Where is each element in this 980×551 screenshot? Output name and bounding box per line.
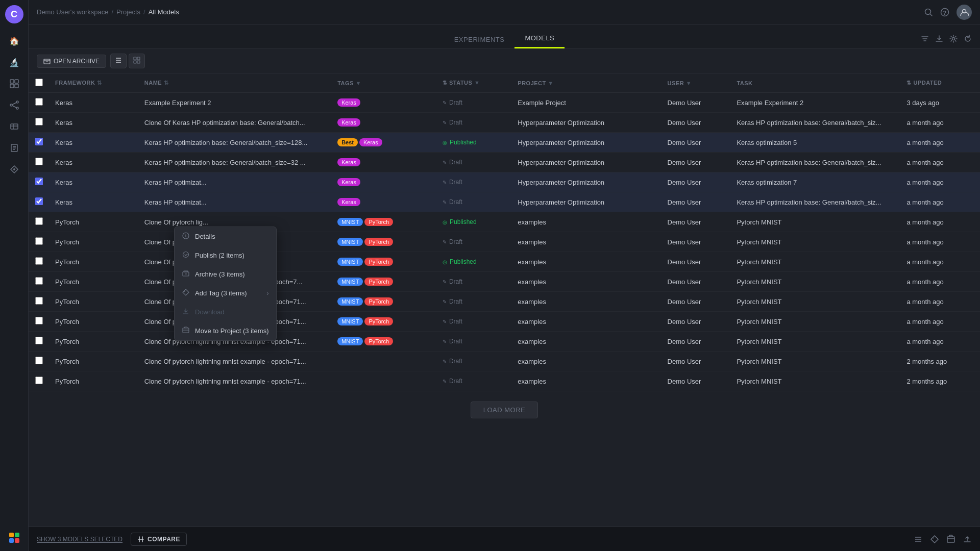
sidebar-item-home[interactable]: 🏠 [5,32,23,50]
open-archive-button[interactable]: OPEN ARCHIVE [37,55,106,68]
breadcrumb-current: All Models [149,8,179,16]
search-icon[interactable] [924,8,933,17]
table-row: PyTorch Clone Of pytorch lightning mnist… [29,312,980,332]
row-checkbox[interactable] [35,98,43,106]
row-updated: a month ago [900,252,980,272]
list-view-button[interactable] [110,54,127,68]
row-task: Keras HP optimization base: General/batc… [730,192,900,212]
col-updated[interactable]: ⇅ UPDATED [900,73,980,93]
load-more-button[interactable]: LOAD MORE [471,402,538,418]
bottom-upload-icon[interactable] [963,535,972,544]
row-name[interactable]: Clone Of pytorch lightning mnist example… [138,352,331,371]
svg-point-38 [185,234,186,234]
row-tags: Keras [331,172,436,192]
row-checkbox-cell[interactable] [29,272,49,292]
row-checkbox-cell[interactable] [29,192,49,212]
row-name[interactable]: Clone Of Keras HP optimization base: Gen… [138,113,331,133]
sidebar-item-pipelines[interactable] [5,96,23,114]
row-checkbox[interactable] [35,337,43,344]
grid-view-button[interactable] [129,54,145,68]
row-checkbox[interactable] [35,197,43,205]
tab-models[interactable]: MODELS [514,29,565,48]
sidebar-item-reports[interactable] [5,139,23,157]
context-menu-item-add-tag-(3-items)[interactable]: Add Tag (3 items) › [175,284,276,303]
select-all-checkbox[interactable] [35,79,43,86]
row-checkbox-cell[interactable] [29,113,49,133]
row-checkbox[interactable] [35,277,43,285]
tab-experiments[interactable]: EXPERIMENTS [444,31,515,48]
row-checkbox[interactable] [35,377,43,384]
col-task[interactable]: TASK [730,73,900,93]
row-checkbox-cell[interactable] [29,312,49,332]
sidebar-apps-icon[interactable] [6,530,22,546]
sidebar-item-dashboard[interactable] [5,74,23,93]
col-user[interactable]: USER ▼ [662,73,731,93]
help-icon[interactable]: ? [940,8,949,17]
select-all-header[interactable] [29,73,49,93]
context-menu-item-publish-(2-items)[interactable]: Publish (2 items) [175,246,276,265]
svg-rect-2 [10,84,14,88]
selected-count-label[interactable]: SHOW 3 MODELS SELECTED [37,536,122,543]
row-checkbox-cell[interactable] [29,352,49,371]
app-logo[interactable]: C [5,5,23,23]
row-checkbox[interactable] [35,158,43,165]
user-avatar[interactable] [957,5,972,20]
svg-rect-41 [184,271,188,272]
col-project[interactable]: PROJECT ▼ [511,73,661,93]
bottom-move-icon[interactable] [946,535,955,544]
bottom-tag-icon[interactable] [930,535,939,544]
col-framework[interactable]: FRAMEWORK ⇅ [49,73,138,93]
breadcrumb-projects[interactable]: Projects [116,8,140,16]
row-checkbox[interactable] [35,118,43,126]
filter-icon[interactable] [921,35,929,44]
row-checkbox-cell[interactable] [29,332,49,352]
row-name[interactable]: Keras HP optimizat... [138,192,331,212]
row-project: examples [511,232,661,252]
row-checkbox[interactable] [35,237,43,245]
breadcrumb-workspace[interactable]: Demo User's workspace [37,8,108,16]
row-status: ◎ Published [436,133,511,153]
row-name[interactable]: Keras HP optimization base: General/batc… [138,153,331,172]
row-name[interactable]: Keras HP optimization base: General/batc… [138,133,331,153]
row-checkbox[interactable] [35,217,43,225]
context-menu-item-archive-(3-items)[interactable]: Archive (3 items) [175,265,276,284]
col-tags[interactable]: TAGS ▼ [331,73,436,93]
row-status: ✎ Draft [436,272,511,292]
row-name[interactable]: Keras HP optimizat... [138,172,331,192]
col-name[interactable]: NAME ⇅ [138,73,331,93]
sidebar-item-integrations[interactable] [5,160,23,179]
tag-pytorch: PyTorch [364,238,393,246]
row-checkbox-cell[interactable] [29,252,49,272]
sidebar-item-datasets[interactable] [5,117,23,136]
table-row: PyTorch Clone Of pytorch lightning mnist… [29,272,980,292]
table-row: Keras Example Experiment 2 Keras ✎ Draft… [29,93,980,113]
row-updated: 3 days ago [900,93,980,113]
row-checkbox[interactable] [35,357,43,364]
row-checkbox-cell[interactable] [29,172,49,192]
row-checkbox-cell[interactable] [29,133,49,153]
row-checkbox-cell[interactable] [29,292,49,312]
refresh-icon[interactable] [964,35,972,44]
svg-rect-34 [134,61,136,63]
bottom-list-view-icon[interactable] [914,535,923,544]
context-menu-item-details[interactable]: Details [175,227,276,246]
row-checkbox-cell[interactable] [29,232,49,252]
col-status[interactable]: ⇅ STATUS ▼ [436,73,511,93]
row-checkbox[interactable] [35,178,43,185]
row-checkbox-cell[interactable] [29,93,49,113]
context-menu: Details Publish (2 items) Archive (3 ite… [174,227,277,341]
row-checkbox[interactable] [35,138,43,145]
context-menu-item-move-to-project-(3-items)[interactable]: Move to Project (3 items) [175,321,276,340]
settings-icon[interactable] [949,35,958,44]
row-checkbox[interactable] [35,297,43,305]
download-icon[interactable] [935,35,943,44]
row-name[interactable]: Example Experiment 2 [138,93,331,113]
row-checkbox[interactable] [35,257,43,265]
row-checkbox-cell[interactable] [29,212,49,232]
row-checkbox-cell[interactable] [29,371,49,391]
row-name[interactable]: Clone Of pytorch lightning mnist example… [138,371,331,391]
row-checkbox-cell[interactable] [29,153,49,172]
row-checkbox[interactable] [35,317,43,324]
compare-button[interactable]: COMPARE [131,533,187,546]
sidebar-item-experiments[interactable]: 🔬 [5,53,23,71]
